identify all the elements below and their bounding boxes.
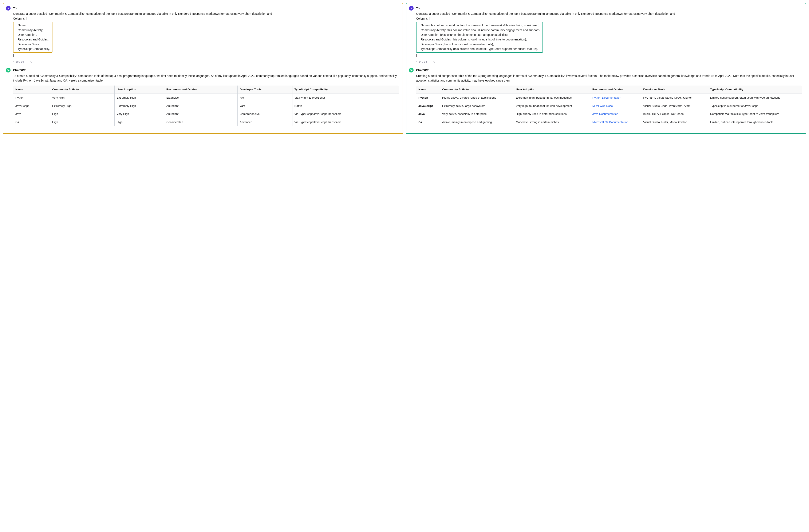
- columns-open: Columns=[: [13, 16, 399, 21]
- table-cell: Vast: [238, 102, 292, 110]
- table-cell-resources: Java Documentation: [590, 110, 641, 118]
- table-cell: High: [50, 118, 115, 126]
- th-typescript: TypeScript Compatibility: [292, 86, 399, 94]
- prompt-intro: Generate a super detailed "Community & C…: [13, 11, 399, 16]
- th-community: Community Activity: [440, 86, 514, 94]
- user-label: You: [13, 6, 399, 11]
- table-cell: Visual Studio, Rider, MonoDevelop: [641, 118, 708, 126]
- table-cell: Extensive: [164, 94, 238, 102]
- pager-text: 15 / 15: [16, 59, 24, 64]
- table-cell: Considerable: [164, 118, 238, 126]
- table-cell: Limited native support, often used with …: [708, 94, 802, 102]
- th-tools: Developer Tools: [238, 86, 292, 94]
- doc-link[interactable]: Microsoft C# Documentation: [592, 121, 628, 124]
- table-cell: Abundant: [164, 110, 238, 118]
- table-cell: PyCharm, Visual Studio Code, Jupyter: [641, 94, 708, 102]
- table-cell-name: Python: [416, 94, 440, 102]
- table-cell-name: Java: [416, 110, 440, 118]
- col-item: TypeScript Compatibility (this column sh…: [421, 47, 540, 51]
- pager: ‹ 14 / 14 › ✎: [416, 59, 802, 64]
- doc-link[interactable]: Java Documentation: [592, 112, 618, 116]
- user-message: a You Generate a super detailed "Communi…: [13, 6, 399, 64]
- table-row: JavaScriptExtremely active, large ecosys…: [416, 102, 802, 110]
- prompt-intro: Generate a super detailed "Community & C…: [416, 11, 802, 16]
- col-item: Name,: [18, 23, 50, 28]
- chevron-left-icon[interactable]: ‹: [13, 60, 14, 64]
- table-row: JavaVery active, especially in enterpris…: [416, 110, 802, 118]
- table-header-row: Name Community Activity User Adoption Re…: [416, 86, 802, 94]
- table-row: C#Active, mainly in enterprise and gamin…: [416, 118, 802, 126]
- table-cell: Very high, foundational for web developm…: [514, 102, 590, 110]
- table-cell: Moderate, strong in certain niches: [514, 118, 590, 126]
- table-cell: Comprehensive: [238, 110, 292, 118]
- chatgpt-label: ChatGPT: [416, 68, 802, 72]
- chevron-left-icon[interactable]: ‹: [416, 60, 417, 64]
- table-cell: Native: [292, 102, 399, 110]
- table-cell: Rich: [238, 94, 292, 102]
- columns-open: Columns=[: [416, 16, 802, 21]
- table-cell: Via Pyright & TypeScript: [292, 94, 399, 102]
- table-cell: Very High: [50, 94, 115, 102]
- chatgpt-avatar: [6, 68, 11, 72]
- col-item: Community Activity (this column value sh…: [421, 28, 540, 32]
- th-community: Community Activity: [50, 86, 115, 94]
- doc-link[interactable]: MDN Web Docs: [592, 104, 613, 107]
- th-name: Name: [13, 86, 50, 94]
- table-cell: High: [50, 110, 115, 118]
- table-cell-name: C#: [416, 118, 440, 126]
- table-cell: Visual Studio Code, WebStorm, Atom: [641, 102, 708, 110]
- table-cell: Via TypeScript/JavaScript Transpilers: [292, 110, 399, 118]
- table-cell: Python: [13, 94, 50, 102]
- assistant-message: ChatGPT Creating a detailed comparison t…: [416, 68, 802, 126]
- doc-link[interactable]: Python Documentation: [592, 96, 621, 99]
- th-name: Name: [416, 86, 440, 94]
- table-cell: Abundant: [164, 102, 238, 110]
- col-item: User Adoption,: [18, 32, 50, 37]
- table-cell: Compatible via tools like TypeScript-to-…: [708, 110, 802, 118]
- edit-icon[interactable]: ✎: [30, 59, 32, 64]
- table-cell: Extremely High: [50, 102, 115, 110]
- table-cell-name: JavaScript: [416, 102, 440, 110]
- table-row: C#HighHighConsiderableAdvancedVia TypeSc…: [13, 118, 399, 126]
- table-cell-resources: MDN Web Docs: [590, 102, 641, 110]
- table-row: PythonHighly active, diverse range of ap…: [416, 94, 802, 102]
- table-row: JavaScriptExtremely HighExtremely HighAb…: [13, 102, 399, 110]
- table-cell: High, widely used in enterprise solution…: [514, 110, 590, 118]
- th-typescript: TypeScript Compatibility: [708, 86, 802, 94]
- columns-close: ]: [416, 53, 802, 58]
- th-tools: Developer Tools: [641, 86, 708, 94]
- table-cell-resources: Microsoft C# Documentation: [590, 118, 641, 126]
- th-resources: Resources and Guides: [590, 86, 641, 94]
- chevron-right-icon[interactable]: ›: [26, 60, 27, 64]
- table-row: JavaHighVery HighAbundantComprehensiveVi…: [13, 110, 399, 118]
- table-row: PythonVery HighExtremely HighExtensiveRi…: [13, 94, 399, 102]
- col-item: Developer Tools,: [18, 42, 50, 47]
- col-item: Developer Tools (this column should list…: [421, 42, 540, 47]
- table-cell-resources: Python Documentation: [590, 94, 641, 102]
- table-cell: Extremely active, large ecosystem: [440, 102, 514, 110]
- comparison-container: a You Generate a super detailed "Communi…: [0, 0, 809, 137]
- table-cell: Active, mainly in enterprise and gaming: [440, 118, 514, 126]
- chatgpt-label: ChatGPT: [13, 68, 399, 72]
- table-cell: High: [115, 118, 164, 126]
- col-item: Name (this column should contain the nam…: [421, 23, 540, 28]
- table-cell: IntelliJ IDEA, Eclipse, NetBeans: [641, 110, 708, 118]
- table-cell: Advanced: [238, 118, 292, 126]
- user-message: a You Generate a super detailed "Communi…: [416, 6, 802, 64]
- table-cell: Highly active, diverse range of applicat…: [440, 94, 514, 102]
- chatgpt-avatar: [409, 68, 414, 72]
- table-cell: Extremely high, popular in various indus…: [514, 94, 590, 102]
- edit-icon[interactable]: ✎: [432, 59, 435, 64]
- response-text: To create a detailed "Community & Compat…: [13, 73, 399, 83]
- pager: ‹ 15 / 15 › ✎: [13, 59, 399, 64]
- col-item: Resources and Guides (this column should…: [421, 37, 540, 42]
- user-avatar: a: [409, 6, 414, 11]
- chevron-right-icon[interactable]: ›: [429, 60, 430, 64]
- columns-close: ]: [13, 53, 399, 58]
- th-resources: Resources and Guides: [164, 86, 238, 94]
- col-item: Community Activity,: [18, 28, 50, 32]
- left-panel: a You Generate a super detailed "Communi…: [3, 3, 403, 134]
- comparison-table: Name Community Activity User Adoption Re…: [416, 85, 802, 126]
- pager-text: 14 / 14: [419, 59, 427, 64]
- th-user-adoption: User Adoption: [514, 86, 590, 94]
